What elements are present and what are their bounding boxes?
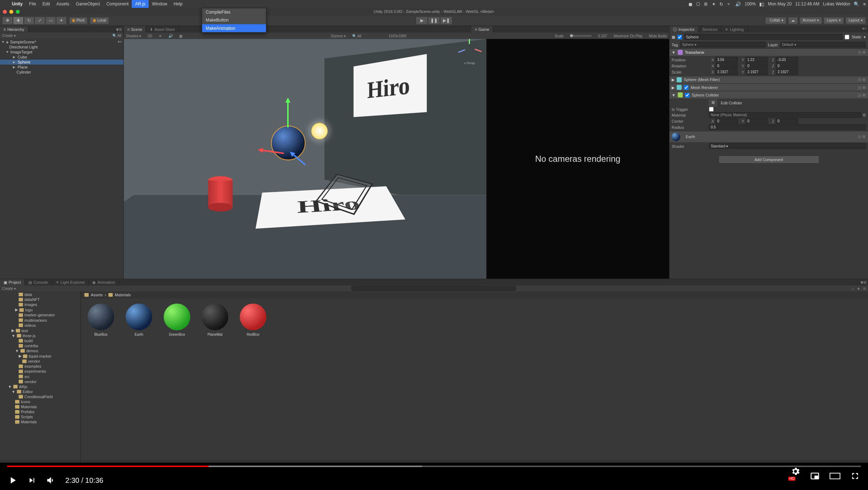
shader-dropdown[interactable]: Standard ▾ <box>709 143 866 149</box>
tag-dropdown[interactable]: Sphere ▾ <box>680 42 766 47</box>
node-cylinder[interactable]: Cylinder <box>0 70 123 75</box>
sync-icon[interactable]: ↻ <box>719 1 723 7</box>
scale-tool[interactable]: ⤢ <box>34 17 45 24</box>
asset-earth[interactable]: Earth <box>124 303 154 336</box>
wifi-icon[interactable]: ᯤ <box>727 1 732 7</box>
shield-icon[interactable]: ⛨ <box>704 1 708 7</box>
volume-icon[interactable]: 🔊 <box>735 1 741 7</box>
gameobject-name[interactable]: Sphere <box>684 34 843 40</box>
project-options-icon[interactable]: ▾≡ <box>859 279 868 286</box>
menu-app[interactable]: Unity <box>9 0 26 8</box>
project-create-dropdown[interactable]: Create ▾ <box>2 286 16 290</box>
physic-material-field[interactable]: None (Physic Material) <box>709 112 861 118</box>
light-toggle-icon[interactable]: ☀ <box>159 34 162 38</box>
breadcrumb[interactable]: Assets › Materials <box>81 291 868 298</box>
material-header[interactable]: Earth◳ ⚙ <box>669 131 868 142</box>
node-cube[interactable]: ▶Cube <box>0 55 123 60</box>
project-tab[interactable]: ▣ Project <box>0 279 25 285</box>
scale-y[interactable]: 2.1927 <box>746 69 768 75</box>
position-x[interactable]: 3.55 <box>715 57 738 62</box>
filter-icon[interactable]: ⌂ <box>852 286 854 290</box>
fx-toggle-icon[interactable]: ▦ <box>179 34 182 38</box>
create-dropdown[interactable]: Create ▾ <box>2 33 16 37</box>
video-fullscreen-button[interactable] <box>850 471 860 481</box>
hierarchy-search[interactable]: 🔍 All <box>112 33 121 37</box>
menu-gameobject[interactable]: GameObject <box>73 0 103 8</box>
project-tree[interactable]: data dataNFT images ▶logo marker-generat… <box>0 291 81 463</box>
game-tab[interactable]: ⌗ Game <box>471 26 493 32</box>
asset-redbox[interactable]: RedBox <box>238 303 268 336</box>
asset-store-tab[interactable]: ⬇ Asset Store <box>146 26 179 32</box>
meshrenderer-checkbox[interactable] <box>684 85 689 90</box>
menu-file[interactable]: File <box>26 0 39 8</box>
gear-icon[interactable]: ◳ ⚙ <box>858 135 866 139</box>
position-z[interactable]: -3.03 <box>776 57 798 62</box>
scale-x[interactable]: 2.1927 <box>715 69 738 75</box>
collider-checkbox[interactable] <box>685 93 690 97</box>
video-progress-bar[interactable] <box>7 466 861 467</box>
pause-button[interactable]: ❚❚ <box>428 17 440 24</box>
node-imagetarget[interactable]: ▼ImageTarget <box>0 50 123 55</box>
cloud-button[interactable]: ☁ <box>788 17 798 24</box>
rotation-x[interactable]: 0 <box>715 63 738 69</box>
move-tool[interactable]: ✛ <box>13 17 24 24</box>
scene-cylinder[interactable] <box>208 176 233 212</box>
collab-dropdown[interactable]: Collab ▾ <box>765 17 786 24</box>
inspector-options-icon[interactable]: ▾≡ <box>861 26 868 32</box>
scene-tab[interactable]: ⌗ Scene <box>124 26 146 32</box>
project-search[interactable] <box>351 286 516 291</box>
node-sphere[interactable]: ▶Sphere <box>0 60 123 65</box>
hand-tool[interactable]: ✥ <box>2 17 13 24</box>
play-button[interactable]: ▶ <box>416 17 428 24</box>
gear-icon[interactable]: ◳ ⚙ <box>858 77 866 82</box>
add-component-button[interactable]: Add Component <box>719 156 819 164</box>
account-dropdown[interactable]: Account ▾ <box>799 17 822 24</box>
minimize-window-button[interactable] <box>9 10 13 14</box>
rotation-z[interactable]: 0 <box>776 63 798 69</box>
zoom-window-button[interactable] <box>16 10 20 14</box>
radius-field[interactable]: 0.5 <box>709 124 866 130</box>
audio-toggle-icon[interactable]: 🔊 <box>168 34 173 38</box>
battery-icon[interactable]: ▮▯ <box>759 1 764 7</box>
hierarchy-tab[interactable]: ≡ Hierarchy <box>0 26 28 32</box>
animation-tab[interactable]: ◉ Animation <box>89 279 119 285</box>
menu-arjs[interactable]: AR.js <box>132 0 149 8</box>
rotate-tool[interactable]: ↻ <box>24 17 34 24</box>
layers-dropdown[interactable]: Layers ▾ <box>823 17 844 24</box>
gameobject-active-checkbox[interactable] <box>677 34 682 39</box>
unity-hub-icon[interactable]: ⎔ <box>696 1 700 7</box>
dropdown-makebutton[interactable]: MakeButton <box>202 16 266 24</box>
position-y[interactable]: 1.22 <box>746 57 768 62</box>
center-y[interactable]: 0 <box>746 118 768 124</box>
video-next-button[interactable] <box>27 476 37 485</box>
video-play-button[interactable] <box>7 475 18 486</box>
game-resolution-dropdown[interactable]: 1920x1080 <box>388 34 406 38</box>
services-tab[interactable]: Services <box>699 26 721 32</box>
orientation-gizmo[interactable]: ≡ Persp <box>457 43 482 76</box>
meshrenderer-header[interactable]: ▶ Mesh Renderer◳ ⚙ <box>669 83 868 91</box>
transform-tool[interactable]: ✦ <box>56 17 67 24</box>
edit-collider-toggle[interactable]: ⊞ <box>709 100 717 106</box>
video-settings-button[interactable]: HD <box>790 466 801 486</box>
scene-sphere-selected[interactable] <box>271 126 305 160</box>
scale-slider[interactable] <box>570 35 592 36</box>
dropdown-makeanimation[interactable]: MakeAnimation <box>202 24 266 32</box>
static-checkbox[interactable] <box>845 34 849 39</box>
video-miniplayer-button[interactable] <box>810 471 820 481</box>
rect-tool[interactable]: ▭ <box>45 17 56 24</box>
all-search[interactable]: 🔍 All <box>352 34 361 38</box>
transform-header[interactable]: ▼ Transform◳ ⚙ <box>669 48 868 56</box>
panel-options-icon[interactable]: ▾≡ <box>115 26 123 33</box>
maximize-toggle[interactable]: Maximize On Play <box>613 34 643 38</box>
scene-node[interactable]: ▼⎈ SampleScene*▾≡ <box>0 39 123 44</box>
tool-icon[interactable]: ✦ <box>712 1 716 7</box>
asset-bluebox[interactable]: BlueBox <box>86 303 116 336</box>
step-button[interactable]: ▶❚ <box>440 17 452 24</box>
dropdown-compilefiles[interactable]: CompileFiles <box>202 8 266 16</box>
gear-icon[interactable]: ◳ ⚙ <box>858 50 866 55</box>
video-volume-button[interactable] <box>46 475 56 485</box>
light-explorer-tab[interactable]: ☀ Light Explorer <box>52 279 89 285</box>
move-gizmo-y[interactable] <box>287 99 289 127</box>
gear-icon[interactable]: ◳ ⚙ <box>858 85 866 90</box>
menu-edit[interactable]: Edit <box>39 0 53 8</box>
